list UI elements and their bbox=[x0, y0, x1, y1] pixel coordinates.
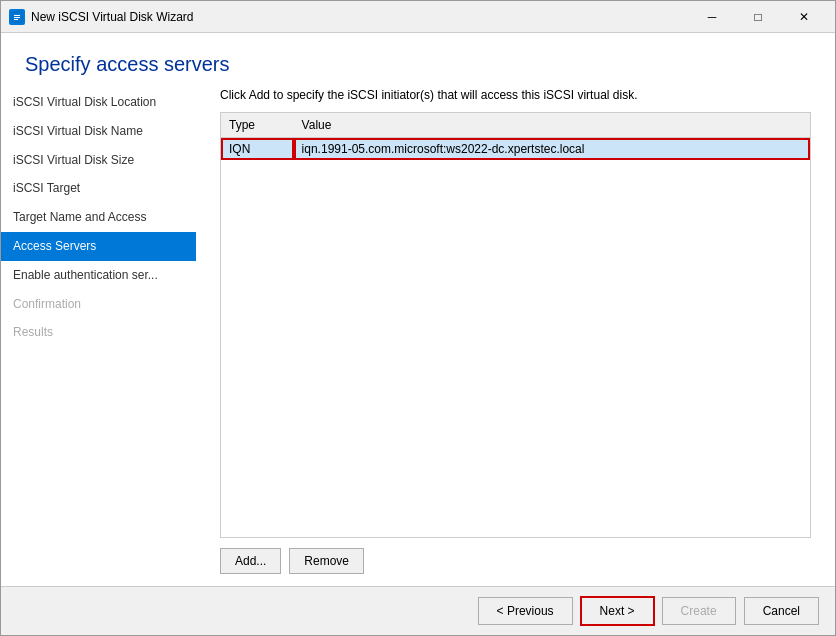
instruction-text: Click Add to specify the iSCSI initiator… bbox=[220, 88, 811, 102]
create-button: Create bbox=[662, 597, 736, 625]
action-buttons: Add... Remove bbox=[220, 548, 811, 574]
table-row[interactable]: IQN iqn.1991-05.com.microsoft:ws2022-dc.… bbox=[221, 138, 810, 161]
next-button[interactable]: Next > bbox=[581, 597, 654, 625]
cell-value: iqn.1991-05.com.microsoft:ws2022-dc.xper… bbox=[294, 138, 810, 161]
maximize-button[interactable]: □ bbox=[735, 1, 781, 33]
sidebar: iSCSI Virtual Disk Location iSCSI Virtua… bbox=[1, 88, 196, 586]
access-servers-table: Type Value IQN iqn.1991-05.com.microsoft… bbox=[221, 113, 810, 160]
add-button[interactable]: Add... bbox=[220, 548, 281, 574]
sidebar-item-iscsi-target[interactable]: iSCSI Target bbox=[1, 174, 196, 203]
sidebar-item-enable-authentication[interactable]: Enable authentication ser... bbox=[1, 261, 196, 290]
svg-rect-1 bbox=[14, 15, 20, 16]
svg-rect-2 bbox=[14, 17, 20, 18]
access-servers-table-container: Type Value IQN iqn.1991-05.com.microsoft… bbox=[220, 112, 811, 538]
window-title: New iSCSI Virtual Disk Wizard bbox=[31, 10, 689, 24]
sidebar-item-confirmation: Confirmation bbox=[1, 290, 196, 319]
minimize-button[interactable]: ─ bbox=[689, 1, 735, 33]
sidebar-item-results: Results bbox=[1, 318, 196, 347]
main-content: iSCSI Virtual Disk Location iSCSI Virtua… bbox=[1, 88, 835, 586]
sidebar-item-target-name-and-access[interactable]: Target Name and Access bbox=[1, 203, 196, 232]
sidebar-item-access-servers[interactable]: Access Servers bbox=[1, 232, 196, 261]
cancel-button[interactable]: Cancel bbox=[744, 597, 819, 625]
title-bar: New iSCSI Virtual Disk Wizard ─ □ ✕ bbox=[1, 1, 835, 33]
previous-button[interactable]: < Previous bbox=[478, 597, 573, 625]
column-header-value: Value bbox=[294, 113, 810, 138]
table-header-row: Type Value bbox=[221, 113, 810, 138]
cell-type: IQN bbox=[221, 138, 294, 161]
footer: < Previous Next > Create Cancel bbox=[1, 586, 835, 635]
close-button[interactable]: ✕ bbox=[781, 1, 827, 33]
page-title: Specify access servers bbox=[1, 33, 835, 88]
remove-button[interactable]: Remove bbox=[289, 548, 364, 574]
window-controls: ─ □ ✕ bbox=[689, 1, 827, 33]
app-icon bbox=[9, 9, 25, 25]
content-area: Specify access servers iSCSI Virtual Dis… bbox=[1, 33, 835, 586]
sidebar-item-iscsi-virtual-disk-location[interactable]: iSCSI Virtual Disk Location bbox=[1, 88, 196, 117]
sidebar-item-iscsi-virtual-disk-name[interactable]: iSCSI Virtual Disk Name bbox=[1, 117, 196, 146]
right-panel: Click Add to specify the iSCSI initiator… bbox=[196, 88, 835, 586]
column-header-type: Type bbox=[221, 113, 294, 138]
svg-rect-3 bbox=[14, 19, 18, 20]
sidebar-item-iscsi-virtual-disk-size[interactable]: iSCSI Virtual Disk Size bbox=[1, 146, 196, 175]
wizard-window: New iSCSI Virtual Disk Wizard ─ □ ✕ Spec… bbox=[0, 0, 836, 636]
